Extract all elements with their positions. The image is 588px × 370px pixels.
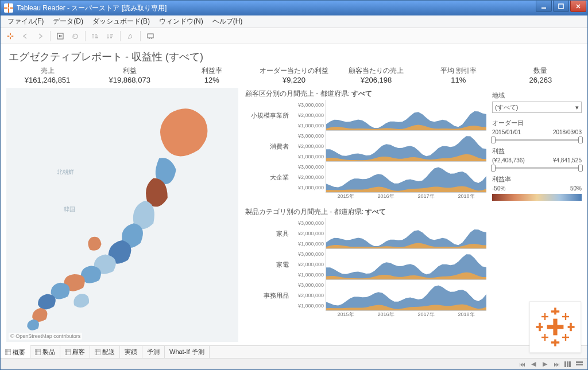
slider-handle-from[interactable] <box>491 165 496 172</box>
chart-plot[interactable] <box>326 131 486 162</box>
tab-label: 実績 <box>125 348 137 356</box>
toolbar <box>1 28 587 44</box>
kpi: 利益率12% <box>171 66 253 84</box>
pause-button[interactable] <box>54 30 67 42</box>
svg-marker-27 <box>326 229 486 248</box>
prev-sheet-button[interactable]: ◀ <box>529 360 538 368</box>
chevron-down-icon: ▾ <box>575 104 579 111</box>
tab-label: 配送 <box>102 348 115 356</box>
first-sheet-button[interactable]: ⏮ <box>517 360 527 368</box>
dashboard-title: エグゼクティブレポート - 収益性 (すべて) <box>1 44 587 66</box>
svg-rect-67 <box>576 364 583 365</box>
chart-plot[interactable] <box>326 249 486 280</box>
svg-rect-11 <box>57 33 63 39</box>
app-icon <box>4 3 13 13</box>
tableau-logo-button[interactable] <box>4 30 17 42</box>
chart-row: 消費者¥3,000,000¥2,000,000¥1,000,000 <box>244 131 486 162</box>
menu-file[interactable]: ファイル(F) <box>3 15 48 28</box>
maximize-button[interactable] <box>553 1 569 12</box>
chart-row-label: 消費者 <box>244 131 291 162</box>
tab-label: 概要 <box>13 348 25 357</box>
xaxis-label: 2016年 <box>366 193 406 200</box>
chart-ylabels: ¥3,000,000¥2,000,000¥1,000,000 <box>291 280 326 311</box>
svg-rect-63 <box>564 361 566 367</box>
sheet-tab[interactable]: 顧客 <box>60 346 90 358</box>
kpi-value: ¥206,198 <box>335 76 417 84</box>
svg-rect-48 <box>541 337 548 338</box>
kpi-row: 売上¥161,246,851利益¥19,868,073利益率12%オーダー当たり… <box>1 66 587 88</box>
show-tabs-button[interactable] <box>563 360 572 368</box>
svg-rect-65 <box>569 361 571 367</box>
svg-rect-60 <box>95 349 100 355</box>
xaxis-label: 2017年 <box>406 193 446 200</box>
kpi-label: 平均 割引率 <box>417 66 500 76</box>
chart-plot[interactable] <box>326 280 486 311</box>
chart-ylabels: ¥3,000,000¥2,000,000¥1,000,000 <box>291 218 326 249</box>
sort-asc-button[interactable] <box>89 30 102 42</box>
svg-rect-12 <box>59 35 60 37</box>
profit-slider[interactable] <box>492 167 582 169</box>
map-view[interactable]: 北朝鮮 韓国 <box>6 88 238 342</box>
color-legend <box>492 194 582 201</box>
show-filmstrip-button[interactable] <box>575 360 584 368</box>
window-title: Tableau Reader - スーパーストア [読み取り専用] <box>17 3 167 13</box>
sheet-tab[interactable]: 実績 <box>120 346 142 358</box>
sheet-tab[interactable]: What-If 予測 <box>165 346 210 358</box>
slider-handle-from[interactable] <box>491 137 496 143</box>
tab-label: 予測 <box>147 348 160 356</box>
sheet-tab[interactable]: 配送 <box>90 346 120 358</box>
chart-row: 事務用品¥3,000,000¥2,000,000¥1,000,000 <box>244 280 486 311</box>
chart-bottom-group[interactable]: 家具¥3,000,000¥2,000,000¥1,000,000家電¥3,000… <box>244 218 486 311</box>
xaxis-label: 2018年 <box>446 193 486 200</box>
menu-help[interactable]: ヘルプ(H) <box>208 15 247 28</box>
sheet-tabs: 概要製品顧客配送実績予測What-If 予測 <box>1 345 587 358</box>
kpi: オーダー当たりの利益¥9,220 <box>253 66 335 84</box>
svg-rect-54 <box>35 349 41 355</box>
kpi-label: オーダー当たりの利益 <box>253 66 335 76</box>
sheet-tab[interactable]: 概要 <box>1 345 30 359</box>
chart-row-label: 家電 <box>244 249 291 280</box>
menu-data[interactable]: データ(D) <box>48 15 88 28</box>
chart-ylabels: ¥3,000,000¥2,000,000¥1,000,000 <box>291 100 326 131</box>
close-button[interactable] <box>570 1 586 12</box>
menu-window[interactable]: ウィンドウ(N) <box>154 15 208 28</box>
svg-rect-1 <box>4 7 7 9</box>
undo-button[interactable] <box>19 30 32 42</box>
svg-rect-34 <box>547 325 564 329</box>
svg-rect-15 <box>95 36 98 37</box>
minimize-button[interactable] <box>536 1 552 12</box>
chart-plot[interactable] <box>326 218 486 249</box>
kpi-label: 売上 <box>6 66 88 76</box>
tab-label: 製品 <box>42 348 55 356</box>
region-select[interactable]: (すべて) ▾ <box>492 102 582 113</box>
slider-handle-to[interactable] <box>578 137 583 143</box>
sort-desc-button[interactable] <box>104 30 117 42</box>
redo-button[interactable] <box>34 30 47 42</box>
presentation-button[interactable] <box>144 30 157 42</box>
menu-dashboard[interactable]: ダッシュボード(B) <box>88 15 154 28</box>
orderdate-slider[interactable] <box>492 139 582 141</box>
kpi-label: 数量 <box>500 66 582 76</box>
svg-rect-5 <box>541 7 546 9</box>
refresh-button[interactable] <box>69 30 82 42</box>
highlight-button[interactable] <box>124 30 137 42</box>
chart-plot[interactable] <box>326 100 486 131</box>
chart-plot[interactable] <box>326 162 486 193</box>
svg-rect-18 <box>110 36 113 37</box>
sheet-tab[interactable]: 製品 <box>30 346 60 358</box>
xaxis-label: 2017年 <box>406 311 446 318</box>
next-sheet-button[interactable]: ▶ <box>540 360 550 368</box>
last-sheet-button[interactable]: ⏭ <box>552 360 561 368</box>
menubar: ファイル(F) データ(D) ダッシュボード(B) ウィンドウ(N) ヘルプ(H… <box>1 15 587 28</box>
chart-top-title: 顧客区分別の月間売上 - 都道府県: すべて <box>244 88 486 100</box>
sheet-tab[interactable]: 予測 <box>142 346 165 358</box>
svg-rect-36 <box>551 310 559 313</box>
svg-rect-2 <box>10 7 13 9</box>
kpi-label: 顧客当たりの売上 <box>335 66 417 76</box>
svg-rect-46 <box>562 316 569 317</box>
chart-top-group[interactable]: 小規模事業所¥3,000,000¥2,000,000¥1,000,000消費者¥… <box>244 100 486 193</box>
chart-row-label: 事務用品 <box>244 280 291 311</box>
profitrate-from: -50% <box>492 185 505 192</box>
slider-handle-to[interactable] <box>578 165 583 172</box>
svg-rect-7 <box>10 33 11 35</box>
